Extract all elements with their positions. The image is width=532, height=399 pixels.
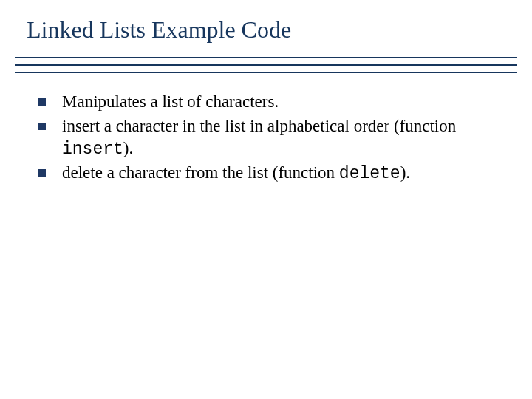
text-post: ). [400, 163, 410, 182]
bullet-text: delete a character from the list (functi… [62, 162, 499, 185]
text-post: ). [123, 139, 133, 157]
rule-thick [15, 64, 517, 66]
square-bullet-icon [38, 98, 46, 106]
content-area: Manipulates a list of characters. insert… [0, 79, 532, 185]
bullet-text: Manipulates a list of characters. [62, 91, 499, 114]
text-pre: delete a character from the list (functi… [62, 163, 339, 182]
slide: Linked Lists Example Code Manipulates a … [0, 0, 532, 399]
bullet-text: insert a character in the list in alphab… [62, 115, 499, 160]
list-item: insert a character in the list in alphab… [38, 115, 499, 160]
square-bullet-icon [38, 123, 46, 130]
text-pre: insert a character in the list in alphab… [62, 117, 456, 135]
list-item: Manipulates a list of characters. [38, 91, 499, 114]
slide-title: Linked Lists Example Code [0, 0, 532, 51]
text-pre: Manipulates a list of characters. [62, 92, 279, 111]
bullet-list: Manipulates a list of characters. insert… [38, 91, 499, 185]
code-text: insert [62, 140, 123, 159]
rule-thin-bottom [15, 72, 517, 73]
code-text: delete [339, 164, 400, 183]
square-bullet-icon [38, 169, 46, 177]
rule-thin-top [15, 57, 517, 58]
title-underline [0, 57, 532, 73]
list-item: delete a character from the list (functi… [38, 162, 499, 185]
